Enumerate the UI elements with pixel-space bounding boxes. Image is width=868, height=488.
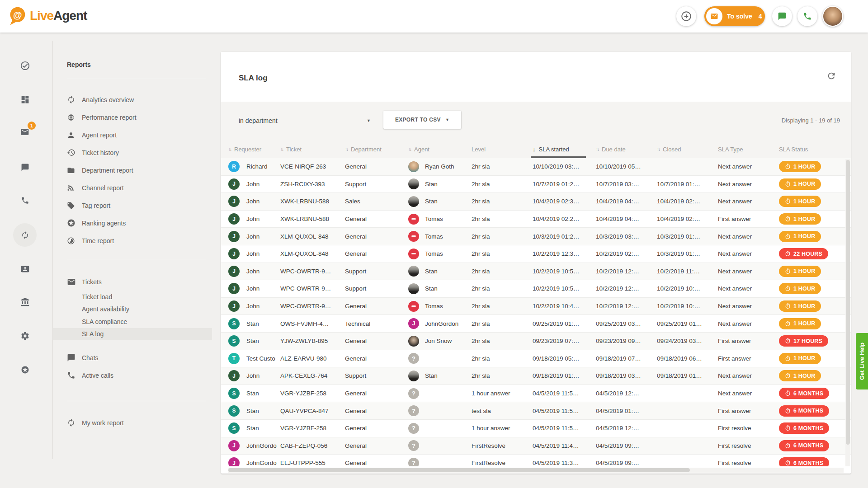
table-row[interactable]: SStanYJW-ZWLYB-895GeneralJon Snow2hr sla… [221,333,851,350]
menu-subitem-sla-log[interactable]: SLA log [53,328,212,341]
department: General [345,355,408,362]
menu-item-time-report[interactable]: Time report [53,232,212,249]
rail-item-tasks[interactable] [13,54,37,77]
requester-avatar: T [228,353,240,364]
menu-item-my-work-report[interactable]: My work report [53,414,212,432]
sla-started: 04/5/2019 11:5… [533,408,596,414]
sla-level: FirstResolve [472,460,533,466]
menu-subitem-sla-compliance[interactable]: SLA compliance [53,315,212,328]
menu-item-active-calls[interactable]: Active calls [53,366,212,384]
menu-item-tag-report[interactable]: Tag report [53,197,212,214]
logo-text: LiveAgent [30,9,87,23]
table-row[interactable]: JJohnWPC-OWRTR-9…GeneralTomas2hr sla10/2… [221,298,851,315]
menu-item-channel-report[interactable]: Channel report [53,179,212,197]
table-row[interactable]: JJohnXLM-QUXOL-848GeneralTomas2hr sla10/… [221,245,851,263]
menu-item-department-report[interactable]: Department report [53,161,212,179]
menu-item-agent-report[interactable]: Agent report [53,126,212,144]
rail-item-academy[interactable] [13,290,37,314]
stopwatch-icon [785,198,791,204]
sla-status-text: 1 HOUR [793,216,815,222]
sla-started: 10/7/2019 01:2… [533,181,596,188]
phone-icon [803,12,812,21]
export-to-csv-button[interactable]: EXPORT TO CSV ▼ [383,111,461,129]
column-header-agent[interactable]: ↑↓Agent [408,141,472,158]
table-row[interactable]: RRichardVCE-NIRQF-263GeneralRyan Goth2hr… [221,158,851,176]
sla-level: 2hr sla [472,372,533,379]
sla-status-badge: 1 HOUR [779,318,821,329]
menu-item-label: My work report [82,419,124,427]
menu-item-label: Tickets [82,278,102,286]
menu-subitem-agent-availability[interactable]: Agent availability [53,303,212,316]
add-button[interactable] [676,6,696,26]
menu-item-tickets[interactable]: Tickets [53,273,212,291]
rail-item-reports[interactable] [13,223,37,247]
menu-item-performance-report[interactable]: Performance report [53,108,212,126]
column-header-closed[interactable]: ↑↓Closed [657,141,718,158]
sort-icon: ↑↓ [280,147,283,152]
column-header-department[interactable]: ↑↓Department [345,141,408,158]
requester-name: John [246,181,280,188]
department: General [345,460,408,466]
rail-item-contacts[interactable] [13,257,37,281]
sla-status-text: 1 HOUR [793,164,815,170]
top-bar: @ LiveAgent To solve 4 [0,0,868,33]
chat-button[interactable] [772,6,792,26]
rail-item-calls[interactable] [13,188,37,212]
department-filter-select[interactable]: in department ▼ [239,113,371,129]
stopwatch-icon [785,373,791,379]
menu-item-analytics-overview[interactable]: Analytics overview [53,91,212,108]
table-row[interactable]: JJohnWPC-OWRTR-9…SupportStan2hr sla10/2/… [221,263,851,281]
table-row[interactable]: JJohnZSH-RCIXY-393SupportStan2hr sla10/7… [221,176,851,193]
call-button[interactable] [797,6,817,26]
column-header-ticket[interactable]: ↑↓Ticket [280,141,345,158]
closed-date: 10/4/2019 02:… [657,198,718,205]
menu-item-label: Ranking agents [82,220,126,227]
menu-item-chats[interactable]: Chats [53,349,212,366]
agent-avatar: ? [408,388,419,399]
rail-item-dashboard[interactable] [13,88,37,111]
agent-avatar [408,371,419,381]
table-row[interactable]: JJohnGordoELJ-UTPPP-555General?FirstReso… [221,455,851,466]
sla-status-badge: 1 HOUR [779,353,821,364]
table-row[interactable]: TTest CustoALZ-EARVU-980General?2hr sla0… [221,350,851,368]
table-row[interactable]: JJohnGordoCAB-FZEPQ-056General?FirstReso… [221,437,851,455]
table-row[interactable]: JJohnWPC-OWRTR-9…SupportStan2hr sla10/2/… [221,280,851,298]
column-label: SLA Type [718,146,743,153]
rail-item-upgrade[interactable] [13,358,37,381]
column-header-due-date[interactable]: ↑↓Due date [596,141,657,158]
to-solve-button[interactable]: To solve 4 [704,6,765,26]
rail-item-tickets[interactable]: 1 [13,120,37,144]
table-row[interactable]: SStanOWS-FVJMH-4…TechnicalJJohnGordon2hr… [221,315,851,333]
department: Sales [345,198,408,205]
table-row[interactable]: JJohnXWK-LRBNU-588SalesStan2hr sla10/4/2… [221,193,851,211]
sla-log-panel: SLA log in department ▼ EXPORT TO CSV ▼ … [221,52,851,474]
table-row[interactable]: SStanVGR-YJZBF-258General?1 hour answer0… [221,385,851,403]
table-row[interactable]: JJohnAPK-CEXLG-764SupportStan2hr sla09/1… [221,367,851,385]
department: General [345,233,408,240]
chat-icon [67,353,75,362]
menu-item-ranking-agents[interactable]: Ranking agents [53,214,212,232]
table-row[interactable]: JJohnXWK-LRBNU-588GeneralTomas2hr sla10/… [221,211,851,228]
refresh-icon[interactable] [826,71,836,83]
navigation-rail: 1 [0,33,52,488]
due-date: 10/4/2019 04:… [596,198,657,205]
table-row[interactable]: JJohnXLM-QUXOL-848GeneralTomas2hr sla10/… [221,228,851,245]
horizontal-scrollbar-thumb[interactable] [228,468,690,472]
vertical-scrollbar-thumb[interactable] [846,160,850,445]
rail-item-settings[interactable] [13,324,37,347]
closed-date: 10/2/2019 10:… [657,285,718,292]
column-header-requester[interactable]: ↑↓Requester [228,141,280,158]
user-avatar[interactable] [822,6,843,27]
agent-avatar [408,231,419,242]
requester-name: Test Custo [246,355,280,362]
menu-item-ticket-history[interactable]: Ticket history [53,144,212,161]
table-row[interactable]: SStanQAU-YVPCA-847General?test sla04/5/2… [221,402,851,420]
rail-item-chats[interactable] [13,155,37,179]
get-live-help-tab[interactable]: Get Live Help [856,333,868,389]
sla-level: 2hr sla [472,233,533,240]
menu-subitem-ticket-load[interactable]: Ticket load [53,291,212,303]
stopwatch-icon [785,408,791,414]
table-row[interactable]: SStanVGR-YJZBF-258General?1 hour answer0… [221,420,851,437]
sla-level: 2hr sla [472,216,533,222]
column-header-sla-started[interactable]: ↓SLA started [533,141,596,158]
